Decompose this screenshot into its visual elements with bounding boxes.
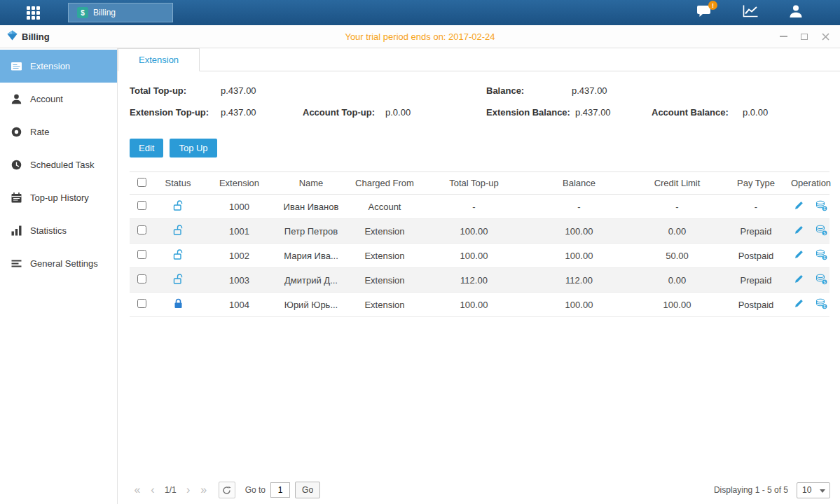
unlock-icon xyxy=(173,273,184,285)
extensions-table: Status Extension Name Charged From Total… xyxy=(130,172,829,317)
select-all-checkbox[interactable] xyxy=(137,178,146,187)
summary-panel: Total Top-up: p.437.00 Balance: p.437.00… xyxy=(130,85,830,129)
goto-page-input[interactable] xyxy=(270,482,290,498)
balance-cell: 100.00 xyxy=(525,219,633,244)
charged-from-cell: Extension xyxy=(346,268,423,293)
sidebar-item-account[interactable]: Account xyxy=(0,83,117,115)
account-topup-value: p.0.00 xyxy=(385,107,411,118)
notification-badge: ! xyxy=(708,1,717,10)
user-account-icon[interactable] xyxy=(788,4,804,21)
go-button[interactable]: Go xyxy=(295,482,320,498)
sidebar-item-topup-history[interactable]: Top-up History xyxy=(0,181,117,214)
account-topup-label: Account Top-up: xyxy=(303,107,375,118)
extension-topup-value: p.437.00 xyxy=(221,107,256,118)
sidebar-item-label: Extension xyxy=(30,61,70,71)
person-icon xyxy=(11,93,22,105)
billing-logo-icon xyxy=(7,30,18,43)
topup-row-icon[interactable]: $ xyxy=(815,225,827,238)
row-checkbox[interactable] xyxy=(137,250,146,259)
charged-from-cell: Extension xyxy=(346,219,423,244)
total-topup-value: p.437.00 xyxy=(221,85,256,96)
close-icon[interactable] xyxy=(820,31,830,41)
pay-type-cell: Postpaid xyxy=(721,293,791,317)
last-page-icon[interactable]: » xyxy=(196,482,212,498)
topup-row-icon[interactable]: $ xyxy=(815,200,827,214)
charged-from-cell: Extension xyxy=(346,244,423,268)
col-charged-from: Charged From xyxy=(346,172,423,195)
first-page-icon[interactable]: « xyxy=(130,482,145,498)
tab-bar: Extension xyxy=(118,48,840,71)
extension-cell: 1001 xyxy=(202,219,276,244)
tab-extension[interactable]: Extension xyxy=(118,48,200,71)
topup-row-icon[interactable]: $ xyxy=(815,274,827,287)
topup-row-icon[interactable]: $ xyxy=(815,298,827,312)
charged-from-cell: Extension xyxy=(346,293,423,317)
credit-limit-cell: 50.00 xyxy=(633,244,721,268)
topup-row-icon[interactable]: $ xyxy=(815,249,827,262)
edit-row-icon[interactable] xyxy=(794,298,804,311)
maximize-icon[interactable] xyxy=(799,31,809,41)
sidebar: Extension Account Rate xyxy=(0,48,118,504)
col-name: Name xyxy=(276,172,346,195)
refresh-icon[interactable] xyxy=(219,482,235,498)
lock-icon xyxy=(173,298,184,309)
sidebar-item-scheduled-task[interactable]: Scheduled Task xyxy=(0,148,117,181)
row-checkbox[interactable] xyxy=(137,201,146,210)
sidebar-item-rate[interactable]: Rate xyxy=(0,115,117,148)
apps-grid-icon[interactable] xyxy=(27,6,40,20)
billing-app-tab[interactable]: $ Billing xyxy=(68,3,173,22)
sidebar-item-general-settings[interactable]: General Settings xyxy=(0,247,117,280)
page-size-value: 10 xyxy=(797,485,811,495)
settings-lines-icon xyxy=(11,258,22,270)
dollar-icon: $ xyxy=(77,7,88,18)
edit-button[interactable]: Edit xyxy=(130,139,163,158)
edit-row-icon[interactable] xyxy=(794,274,804,286)
goto-label: Go to xyxy=(245,485,266,495)
credit-limit-cell: 0.00 xyxy=(633,219,721,244)
unlock-icon xyxy=(173,224,184,236)
status-cell xyxy=(153,244,202,268)
extension-card-icon xyxy=(11,60,22,72)
sidebar-item-label: Account xyxy=(30,94,63,104)
balance-cell: 100.00 xyxy=(525,244,633,268)
account-balance-value: p.0.00 xyxy=(743,107,768,118)
sidebar-item-statistics[interactable]: Statistics xyxy=(0,214,117,247)
extension-topup-label: Extension Top-up: xyxy=(130,107,209,118)
extension-cell: 1004 xyxy=(202,293,276,317)
col-operation: Operation xyxy=(791,172,829,195)
row-checkbox[interactable] xyxy=(137,274,146,284)
pay-type-cell: Prepaid xyxy=(721,219,791,244)
row-checkbox[interactable] xyxy=(137,225,146,234)
row-checkbox[interactable] xyxy=(137,299,146,308)
balance-cell: 112.00 xyxy=(525,268,633,293)
status-cell xyxy=(153,195,202,219)
sidebar-item-label: Statistics xyxy=(30,225,67,236)
next-page-icon[interactable]: › xyxy=(181,482,196,498)
page-size-select[interactable]: 10 xyxy=(797,482,830,498)
name-cell: Дмитрий Д... xyxy=(276,268,346,293)
extension-balance-value: p.437.00 xyxy=(575,107,611,118)
table-row: 1002 Мария Ива... Extension 100.00 100.0… xyxy=(130,244,829,268)
sidebar-item-extension[interactable]: Extension xyxy=(0,50,117,83)
balance-label: Balance: xyxy=(486,85,524,96)
sidebar-item-label: Rate xyxy=(30,127,49,137)
unlock-icon xyxy=(173,248,184,260)
edit-row-icon[interactable] xyxy=(794,249,804,262)
notifications-chat-icon[interactable]: ! xyxy=(696,4,712,21)
sidebar-item-label: General Settings xyxy=(30,258,98,269)
edit-row-icon[interactable] xyxy=(794,200,804,213)
trial-notice: Your trial period ends on: 2017-02-24 xyxy=(345,31,495,42)
minimize-icon[interactable] xyxy=(778,31,788,41)
status-cell xyxy=(153,219,202,244)
app-window: $ Billing ! xyxy=(0,0,840,504)
statistics-chart-icon[interactable] xyxy=(742,4,759,21)
extension-cell: 1003 xyxy=(202,268,276,293)
name-cell: Иван Иванов xyxy=(276,195,346,219)
bar-chart-icon xyxy=(11,225,22,237)
prev-page-icon[interactable]: ‹ xyxy=(145,482,160,498)
rate-coin-icon xyxy=(11,126,22,138)
topup-button[interactable]: Top Up xyxy=(170,139,216,158)
window-controls xyxy=(778,31,830,41)
edit-row-icon[interactable] xyxy=(794,225,804,237)
name-cell: Мария Ива... xyxy=(276,244,346,268)
